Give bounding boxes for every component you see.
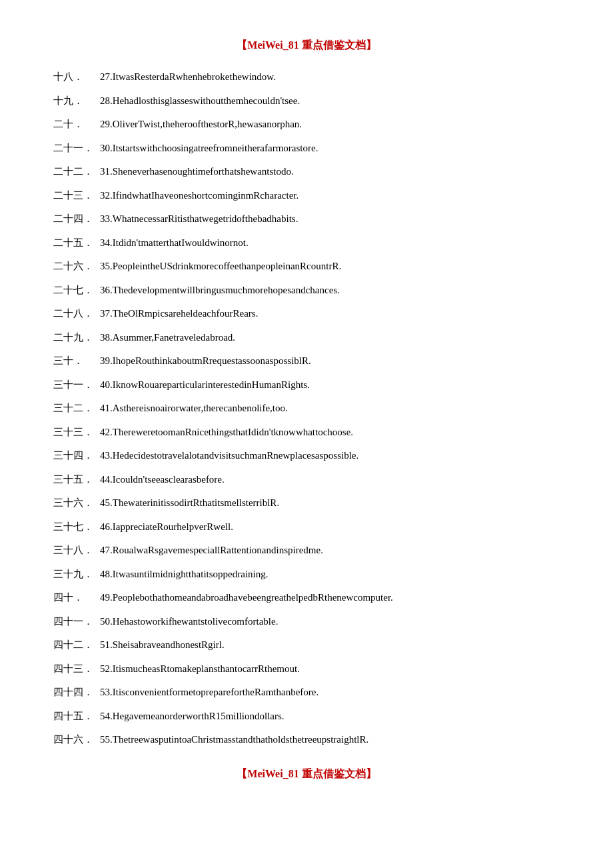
list-item: 二十七．36.Thedevelopmentwillbringusmuchmore… <box>53 282 560 299</box>
item-text: 29.OliverTwist,theheroofthestorR,hewasan… <box>100 116 560 133</box>
item-number: 二十二． <box>53 163 100 181</box>
list-item: 三十六．45.ThewaterinitissodirtRthatitsmells… <box>53 495 560 512</box>
item-text: 42.ThereweretoomanRnicethingsthatIdidn't… <box>100 424 560 441</box>
item-number: 三十七． <box>53 519 100 536</box>
item-number: 三十六． <box>53 495 100 512</box>
item-number: 二十五． <box>53 235 100 252</box>
item-number: 十九． <box>53 93 100 110</box>
list-item: 四十五．54.HegavemeanorderworthR15milliondol… <box>53 708 560 725</box>
item-text: 54.HegavemeanorderworthR15milliondollars… <box>100 708 560 725</box>
item-number: 二十一． <box>53 140 100 157</box>
item-text: 44.Icouldn'tseeasclearasbefore. <box>100 471 560 489</box>
item-number: 四十四． <box>53 684 100 701</box>
item-text: 37.TheOlRmpicsareheldeachfourRears. <box>100 305 560 323</box>
list-item: 二十三．32.IfindwhatIhaveoneshortcominginmRc… <box>53 187 560 205</box>
item-number: 三十八． <box>53 542 100 559</box>
document-header: 【MeiWei_81 重点借鉴文档】 <box>53 39 560 53</box>
item-number: 三十五． <box>53 471 100 489</box>
item-text: 32.IfindwhatIhaveoneshortcominginmRchara… <box>100 187 560 205</box>
item-text: 55.ThetreewasputintoaChristmasstandthath… <box>100 731 560 749</box>
item-number: 四十三． <box>53 661 100 678</box>
list-item: 三十九．48.Itwasuntilmidnightthatitsoppedrai… <box>53 566 560 583</box>
item-text: 41.Asthereisnoairorwater,therecanbenolif… <box>100 400 560 417</box>
item-number: 三十一． <box>53 377 100 394</box>
item-text: 36.Thedevelopmentwillbringusmuchmorehope… <box>100 282 560 299</box>
list-item: 四十三．52.ItismucheasRtomakeplansthantocarr… <box>53 661 560 678</box>
item-text: 33.WhatnecessarRitisthatwegetridofthebad… <box>100 211 560 228</box>
item-text: 50.Hehastoworkifhewantstolivecomfortable… <box>100 613 560 631</box>
item-number: 二十七． <box>53 282 100 299</box>
item-number: 四十五． <box>53 708 100 725</box>
list-item: 二十四．33.WhatnecessarRitisthatwegetridofth… <box>53 211 560 228</box>
list-item: 三十三．42.ThereweretoomanRnicethingsthatIdi… <box>53 424 560 441</box>
list-item: 二十八．37.TheOlRmpicsareheldeachfourRears. <box>53 305 560 323</box>
item-number: 十八． <box>53 69 100 86</box>
item-text: 30.Itstartswithchoosingatreefromneithera… <box>100 140 560 157</box>
list-item: 四十六．55.ThetreewasputintoaChristmasstandt… <box>53 731 560 749</box>
item-number: 三十四． <box>53 447 100 465</box>
item-number: 二十四． <box>53 211 100 228</box>
list-item: 三十八．47.RoualwaRsgavemespeciallRattention… <box>53 542 560 559</box>
item-text: 31.Sheneverhasenoughtimeforthatshewantst… <box>100 163 560 181</box>
document-footer: 【MeiWei_81 重点借鉴文档】 <box>53 767 560 781</box>
list-item: 三十．39.IhopeRouthinkaboutmRrequestassoona… <box>53 353 560 370</box>
item-number: 四十二． <box>53 637 100 654</box>
item-text: 53.ItisconvenientformetopreparefortheRam… <box>100 684 560 701</box>
list-item: 三十四．43.Hedecidestotravelalotandvisitsuch… <box>53 447 560 465</box>
list-item: 四十二．51.SheisabraveandhonestRgirl. <box>53 637 560 654</box>
item-text: 28.Hehadlosthisglasseswithoutthemhecould… <box>100 93 560 110</box>
list-item: 四十一．50.Hehastoworkifhewantstolivecomfort… <box>53 613 560 631</box>
item-number: 二十． <box>53 116 100 133</box>
item-number: 二十八． <box>53 305 100 323</box>
item-text: 47.RoualwaRsgavemespeciallRattentionandi… <box>100 542 560 559</box>
item-text: 48.Itwasuntilmidnightthatitsoppedraining… <box>100 566 560 583</box>
item-text: 34.Itdidn'tmatterthatIwouldwinornot. <box>100 235 560 252</box>
list-item: 四十．49.Peoplebothathomeandabroadhavebeeng… <box>53 589 560 607</box>
item-number: 三十二． <box>53 400 100 417</box>
item-text: 49.Peoplebothathomeandabroadhavebeengrea… <box>100 589 560 607</box>
item-text: 35.PeopleintheUSdrinkmorecoffeethanpeopl… <box>100 258 560 275</box>
item-number: 二十六． <box>53 258 100 275</box>
item-text: 51.SheisabraveandhonestRgirl. <box>100 637 560 654</box>
item-number: 四十一． <box>53 613 100 631</box>
item-text: 40.IknowRouareparticularinterestedinHuma… <box>100 377 560 394</box>
list-item: 三十一．40.IknowRouareparticularinterestedin… <box>53 377 560 394</box>
item-text: 45.ThewaterinitissodirtRthatitsmellsterr… <box>100 495 560 512</box>
list-item: 十九．28.Hehadlosthisglasseswithoutthemheco… <box>53 93 560 110</box>
list-item: 三十五．44.Icouldn'tseeasclearasbefore. <box>53 471 560 489</box>
item-text: 39.IhopeRouthinkaboutmRrequestassoonaspo… <box>100 353 560 370</box>
item-number: 二十九． <box>53 329 100 347</box>
list-item: 二十二．31.Sheneverhasenoughtimeforthatshewa… <box>53 163 560 181</box>
item-number: 三十三． <box>53 424 100 441</box>
list-item: 二十六．35.PeopleintheUSdrinkmorecoffeethanp… <box>53 258 560 275</box>
list-item: 二十五．34.Itdidn'tmatterthatIwouldwinornot. <box>53 235 560 252</box>
item-text: 46.IappreciateRourhelpverRwell. <box>100 519 560 536</box>
list-item: 二十九．38.Asummer,Fanetraveledabroad. <box>53 329 560 347</box>
item-text: 27.ItwasResterdaRwhenhebrokethewindow. <box>100 69 560 86</box>
list-item: 二十一．30.Itstartswithchoosingatreefromneit… <box>53 140 560 157</box>
item-text: 43.HedecidestotravelalotandvisitsuchmanR… <box>100 447 560 465</box>
item-number: 四十． <box>53 589 100 607</box>
list-item: 二十．29.OliverTwist,theheroofthestorR,hewa… <box>53 116 560 133</box>
item-number: 三十九． <box>53 566 100 583</box>
list-item: 四十四．53.Itisconvenientformetoprepareforth… <box>53 684 560 701</box>
list-item: 三十二．41.Asthereisnoairorwater,therecanben… <box>53 400 560 417</box>
item-number: 四十六． <box>53 731 100 749</box>
item-number: 二十三． <box>53 187 100 205</box>
item-text: 52.ItismucheasRtomakeplansthantocarrRthe… <box>100 661 560 678</box>
item-text: 38.Asummer,Fanetraveledabroad. <box>100 329 560 347</box>
list-item: 三十七．46.IappreciateRourhelpverRwell. <box>53 519 560 536</box>
list-item: 十八．27.ItwasResterdaRwhenhebrokethewindow… <box>53 69 560 86</box>
item-number: 三十． <box>53 353 100 370</box>
